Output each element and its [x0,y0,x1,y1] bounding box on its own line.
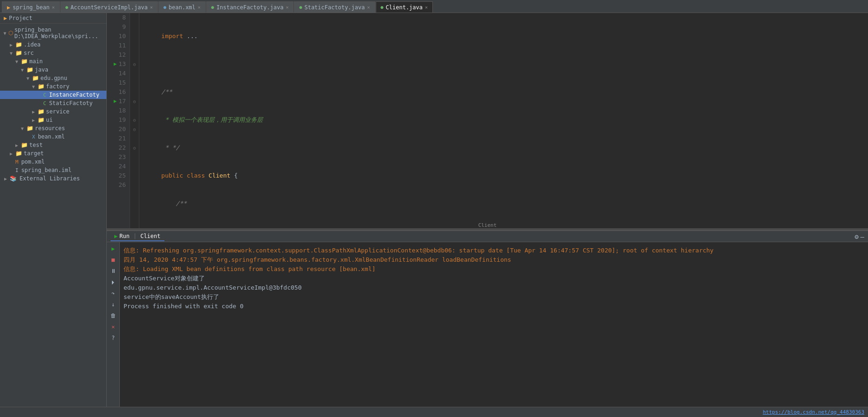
console-text-8: Process finished with exit code 0 [124,302,243,311]
console-text-5: edu.gpnu.service.impl.AccountServiceImpl… [124,283,302,292]
expand-arrow-main: ▼ [14,59,20,64]
resume-icon: ⏵ [111,279,116,285]
editor-filename-label: Client [476,222,499,228]
code-text[interactable]: import ... /** * 模拟一个表现层，用于调用业务层 * */ pu… [139,13,868,228]
tree-label-spring-bean: spring_bean D:\IDEA_Workplace\spri... [14,26,106,40]
tree-label-service: service [46,108,70,115]
folder-icon-edu: 📁 [32,75,39,81]
ln-21: 21 [111,134,126,143]
tab-spring-bean[interactable]: ▶ spring_bean ✕ [2,1,60,13]
expand-arrow-root: ▼ [3,31,7,36]
tree-item-ui[interactable]: ▶ 📁 ui [0,116,106,124]
expand-arrow-ext: ▶ [3,176,8,181]
run-arrow-17: ▶ [114,97,117,106]
step-over-icon: ↷ [111,290,115,297]
run-tab-client-label: Client [140,233,160,239]
java-file-icon-instance: C [43,92,46,98]
tab-close-4[interactable]: ✕ [367,5,370,10]
tree-label-idea: .idea [24,41,40,48]
ln-11: 11 [111,41,126,50]
tab-static-factory[interactable]: ● StaticFactoty.java ✕ [294,1,375,13]
tree-label-edu: edu.gpnu [40,75,67,81]
tree-item-java[interactable]: ▼ 📁 java [0,66,106,74]
ln-24: 24 [111,162,126,171]
tab-account-service-impl[interactable]: ● AccountServiceImpl.java ✕ [60,1,158,13]
tree-item-edu-gpnu[interactable]: ▼ 📁 edu.gpnu [0,74,106,82]
tab-bean-xml[interactable]: ● bean.xml ✕ [158,1,206,13]
tree-item-src[interactable]: ▼ 📁 src [0,49,106,57]
tree-item-bean-xml[interactable]: X bean.xml [0,132,106,141]
settings-icon[interactable]: ⚙ — [855,233,864,240]
pause-button[interactable]: ⏸ [109,266,118,276]
tab-close-1[interactable]: ✕ [150,5,153,10]
tree-item-main[interactable]: ▼ 📁 main [0,57,106,66]
code-editor[interactable]: 8 9 10 11 12 ▶ 13 14 15 16 ▶ 17 [107,13,868,228]
folder-icon-service: 📁 [38,108,45,115]
stop-button[interactable]: ■ [109,255,118,265]
expand-arrow-edu: ▼ [25,76,31,81]
tab-close-3[interactable]: ✕ [286,5,288,10]
sidebar-title: Project [9,15,33,21]
console-text-2: 四月 14, 2020 4:47:57 下午 org.springframewo… [124,255,511,265]
clear-button[interactable]: 🗑 [109,311,118,320]
ln-18: 18 [111,106,126,115]
tree-item-pom-xml[interactable]: M pom.xml [0,158,106,166]
gear-icon[interactable]: ⚙ [855,233,858,240]
expand-arrow-ui: ▶ [31,118,36,123]
run-arrow-13: ▶ [114,60,117,69]
tab-instance-factory[interactable]: ● InstanceFactoty.java ✕ [206,1,294,13]
resume-button[interactable]: ⏵ [109,278,118,287]
run-tab-separator: | [133,233,137,239]
tab-close-spring-bean[interactable]: ✕ [52,5,55,10]
tab-client[interactable]: ● Client.java ✕ [376,1,433,13]
tab-close-2[interactable]: ✕ [198,5,201,10]
tab-client-label: Client.java [386,4,423,11]
console-line-6: service中的saveAccount执行了 [124,292,864,302]
tree-item-spring-bean[interactable]: ▼ ⬡ spring_bean D:\IDEA_Workplace\spri..… [0,26,106,40]
console-text-1: 信息: Refreshing org.springframework.conte… [124,246,713,255]
expand-arrow-target: ▶ [8,151,14,156]
tree-item-service[interactable]: ▶ 📁 service [0,107,106,116]
console-output[interactable]: 信息: Refreshing org.springframework.conte… [120,242,868,407]
close-console-icon: ✕ [111,324,115,330]
tree-item-target[interactable]: ▶ 📁 target [0,149,106,158]
tree-label-external-libs: External Libraries [20,175,80,182]
tree-item-spring-bean-iml[interactable]: I spring_bean.iml [0,166,106,174]
console-text-6: service中的saveAccount执行了 [124,292,219,302]
tab-close-5[interactable]: ✕ [425,5,428,10]
tab-spring-bean-label: spring_bean [13,4,49,11]
bottom-content-area: ▶ ■ ⏸ ⏵ ↷ [107,242,868,407]
tree-item-external-libraries[interactable]: ▶ 📚 External Libraries [0,174,106,183]
run-tab[interactable]: ▶ Run | Client [111,232,164,241]
close-console-button[interactable]: ✕ [109,322,118,331]
maximize-icon[interactable]: — [861,233,864,240]
folder-icon-ext: 📚 [10,175,17,182]
content-row: ▶ Project ▼ ⬡ spring_bean D:\IDEA_Workpl… [0,13,868,407]
expand-arrow-java: ▼ [20,67,25,73]
tree-item-test[interactable]: ▶ 📁 test [0,141,106,149]
status-bar-link[interactable]: https://blog.csdn.net/qq_44830363 [763,409,864,415]
tab-java-icon-4: ● [381,5,384,10]
ln-23: 23 [111,152,126,162]
tree-item-static-factory[interactable]: C StaticFactoty [0,99,106,107]
folder-icon-factory: 📁 [38,83,45,90]
help-button[interactable]: ? [109,333,118,343]
java-file-icon-static: C [43,100,46,106]
run-button[interactable]: ▶ [109,244,118,253]
tree-item-idea[interactable]: ▶ 📁 .idea [0,40,106,49]
expand-arrow-src: ▼ [8,51,14,56]
console-line-4: AccountService对象创建了 [124,274,864,283]
run-tab-icon: ▶ [114,233,117,239]
tab-project-icon: ▶ [7,4,10,11]
folder-icon-src: 📁 [15,50,22,56]
tree-item-factory[interactable]: ▼ 📁 factory [0,82,106,91]
tree-item-instance-factory[interactable]: C InstanceFactoty [0,91,106,99]
tab-xml-icon-1: ● [163,5,166,10]
console-line-8: Process finished with exit code 0 [124,302,864,311]
step-into-button[interactable]: ↓ [109,300,118,309]
tree-item-resources[interactable]: ▼ 📁 resources [0,124,106,132]
step-over-button[interactable]: ↷ [109,289,118,298]
tab-java-icon-2: ● [211,5,214,10]
console-line-1: 信息: Refreshing org.springframework.conte… [124,246,864,255]
question-icon: ? [111,335,115,341]
